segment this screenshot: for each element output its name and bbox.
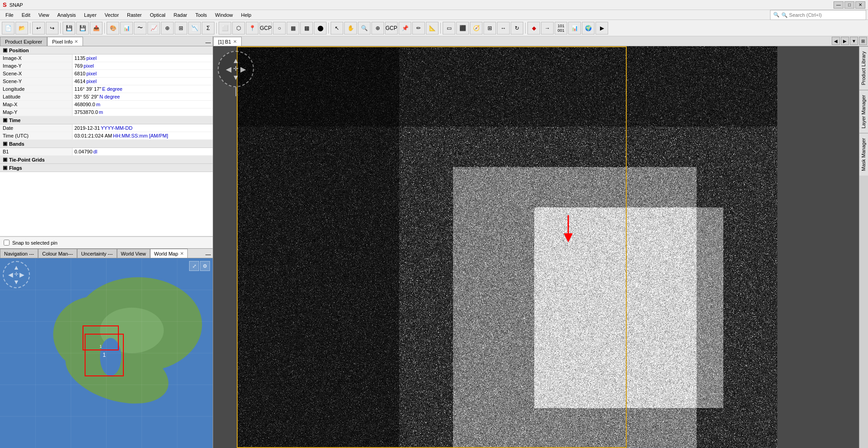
tb-rect-sel[interactable]: ▭: [443, 22, 455, 34]
menu-raster[interactable]: Raster: [123, 11, 145, 19]
nav-left[interactable]: ◀: [226, 65, 231, 74]
tb-wave[interactable]: 〜: [134, 22, 146, 34]
menu-analysis[interactable]: Analysis: [54, 11, 79, 19]
tb-undo[interactable]: ↩: [32, 22, 45, 34]
pixel-info-close-icon[interactable]: ✕: [74, 39, 78, 44]
sidebar-layer-manager[interactable]: Layer Manager: [859, 90, 868, 133]
tb-histogram[interactable]: 📈: [147, 22, 160, 34]
world-map-close-icon[interactable]: ✕: [180, 251, 184, 256]
tb-circle[interactable]: ○: [273, 22, 286, 34]
map-settings-btn[interactable]: ⚙: [200, 261, 210, 271]
map-fullscreen-btn[interactable]: ⤢: [189, 261, 199, 271]
sidebar-mask-manager[interactable]: Mask Manager: [859, 133, 868, 176]
bands-section-header[interactable]: ▣ Bands: [0, 140, 213, 148]
tb-more[interactable]: ▶: [595, 22, 608, 34]
img-nav-prev[interactable]: ◀: [832, 37, 840, 45]
tb-3d[interactable]: ⬛: [456, 22, 469, 34]
tb-zoom-in[interactable]: 🔍: [358, 22, 371, 34]
tb-red[interactable]: ◆: [527, 22, 540, 34]
tab-uncertainty[interactable]: Uncertainty ---: [77, 249, 117, 258]
search-input[interactable]: [781, 12, 863, 18]
tb-pan[interactable]: ✋: [344, 22, 357, 34]
flags-section-header[interactable]: ▣ Flags: [0, 164, 213, 172]
img-nav-scroll[interactable]: ▼: [850, 37, 858, 45]
img-nav-restore[interactable]: ⊞: [859, 37, 867, 45]
tb-new[interactable]: 📄: [2, 22, 15, 34]
tab-colour-man[interactable]: Colour Man---: [38, 249, 77, 258]
tb-save[interactable]: 💾: [63, 22, 75, 34]
img-nav-next[interactable]: ▶: [841, 37, 849, 45]
compass-center-dot[interactable]: ✛: [14, 271, 19, 278]
maximize-button[interactable]: □: [844, 1, 854, 9]
nav-center[interactable]: ✛: [233, 65, 239, 74]
tb-nav[interactable]: 🧭: [470, 22, 483, 34]
tb-redo[interactable]: ↪: [46, 22, 59, 34]
sar-image-canvas[interactable]: [237, 46, 777, 448]
minimize-button[interactable]: —: [834, 1, 844, 9]
menu-window[interactable]: Window: [211, 11, 236, 19]
time-section-header[interactable]: ▣ Time: [0, 116, 213, 124]
tb-roi[interactable]: ⬡: [232, 22, 245, 34]
tb-sigma[interactable]: Σ: [202, 22, 215, 34]
tb-pin-tool[interactable]: 📌: [399, 22, 411, 34]
tb-draw[interactable]: ✏: [412, 22, 425, 34]
close-button[interactable]: ✕: [855, 1, 865, 9]
tb-profile[interactable]: ⊞: [175, 22, 187, 34]
nav-down[interactable]: ▼: [232, 74, 239, 82]
compass-right-arrow[interactable]: ▶: [20, 271, 24, 278]
tiepoint-section-header[interactable]: ▣ Tie-Point Grids: [0, 156, 213, 164]
menu-radar[interactable]: Radar: [170, 11, 191, 19]
menu-file[interactable]: File: [2, 11, 17, 19]
tb-zoom-box[interactable]: ⬜: [219, 22, 231, 34]
tb-qr[interactable]: ▦: [287, 22, 299, 34]
menu-view[interactable]: View: [35, 11, 53, 19]
position-section-header[interactable]: ▣ Position: [0, 46, 213, 54]
tab-world-map[interactable]: World Map ✕: [150, 249, 188, 258]
tb-gcp2[interactable]: GCP: [385, 22, 398, 34]
nav-up[interactable]: ▲: [232, 57, 239, 65]
tb-sync[interactable]: ↔: [497, 22, 510, 34]
tab-b1[interactable]: [1] B1 ✕: [213, 37, 242, 46]
nav-right[interactable]: ▶: [240, 65, 246, 74]
tb-measure[interactable]: 📐: [426, 22, 439, 34]
menu-vector[interactable]: Vector: [101, 11, 122, 19]
tb-graph[interactable]: 📉: [188, 22, 201, 34]
tb-scatter[interactable]: ⊕: [161, 22, 174, 34]
compass-up-arrow[interactable]: ▲: [13, 264, 20, 271]
tb-overlay[interactable]: ⊞: [483, 22, 496, 34]
snap-checkbox[interactable]: [4, 240, 10, 246]
b1-close-icon[interactable]: ✕: [233, 39, 237, 44]
tb-save2[interactable]: 💾: [76, 22, 89, 34]
sidebar-product-library[interactable]: Product Library: [859, 46, 868, 90]
tb-mask[interactable]: ⬤: [314, 22, 327, 34]
left-panel-minimize[interactable]: —: [204, 39, 213, 46]
search-box[interactable]: 🔍: [770, 10, 866, 20]
menu-edit[interactable]: Edit: [18, 11, 34, 19]
tab-world-view[interactable]: World View: [117, 249, 150, 258]
sar-view-container: ▲ ◀ ✛ ▶ ▼: [213, 46, 859, 448]
compass-left-arrow[interactable]: ◀: [8, 271, 13, 278]
tab-product-explorer[interactable]: Product Explorer: [0, 37, 47, 46]
tab-pixel-info[interactable]: Pixel Info ✕: [47, 37, 83, 46]
menu-layer[interactable]: Layer: [80, 11, 100, 19]
menu-optical[interactable]: Optical: [146, 11, 169, 19]
tb-band[interactable]: 📊: [120, 22, 133, 34]
tb-arrow[interactable]: →: [541, 22, 554, 34]
menu-tools[interactable]: Tools: [192, 11, 211, 19]
tb-export[interactable]: 📤: [90, 22, 102, 34]
tb-rotate[interactable]: ↻: [511, 22, 523, 34]
tab-navigation[interactable]: Navigation ---: [0, 249, 38, 258]
tb-pins[interactable]: 📍: [246, 22, 258, 34]
menu-help[interactable]: Help: [237, 11, 255, 19]
tb-101[interactable]: 101001: [555, 22, 567, 34]
compass-down-arrow[interactable]: ▼: [13, 278, 20, 286]
tb-open[interactable]: 📂: [15, 22, 28, 34]
tb-color[interactable]: 🎨: [107, 22, 119, 34]
bottom-panel-minimize[interactable]: —: [204, 251, 213, 258]
tb-gcp[interactable]: GCP: [259, 22, 272, 34]
tb-globe[interactable]: 🌍: [582, 22, 595, 34]
tb-select[interactable]: ↖: [331, 22, 343, 34]
tb-graph2[interactable]: 📊: [568, 22, 581, 34]
tb-qr2[interactable]: ▩: [300, 22, 313, 34]
tb-zoom-plus[interactable]: ⊕: [371, 22, 384, 34]
